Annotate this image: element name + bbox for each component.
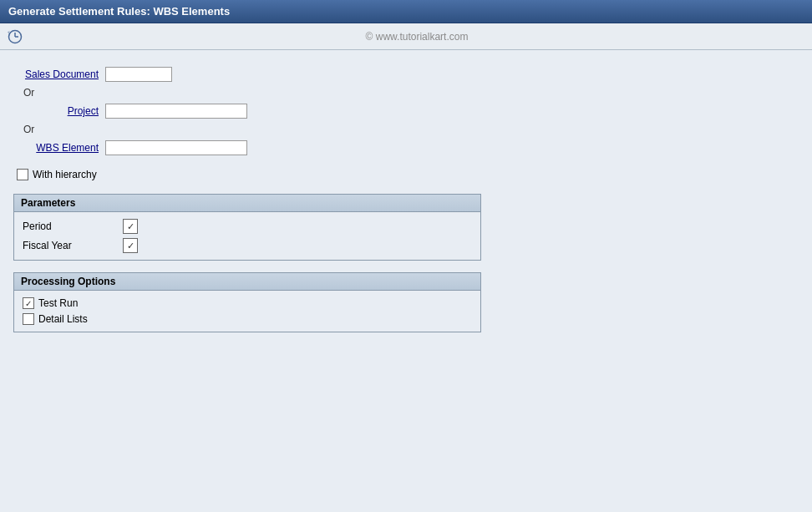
copyright-text: © www.tutorialkart.com bbox=[28, 31, 805, 43]
detail-lists-row: Detail Lists bbox=[23, 313, 472, 325]
or-label-2: Or bbox=[17, 124, 799, 135]
period-label: Period bbox=[23, 221, 123, 232]
wbs-element-label[interactable]: WBS Element bbox=[13, 142, 105, 154]
period-row: Period ✓ bbox=[23, 219, 472, 234]
fiscal-year-label: Fiscal Year bbox=[23, 240, 123, 251]
sales-document-input[interactable] bbox=[105, 67, 172, 82]
test-run-label: Test Run bbox=[38, 297, 139, 309]
processing-options-panel: Processing Options ✓ Test Run Detail Lis… bbox=[13, 272, 481, 332]
wbs-element-row: WBS Element bbox=[13, 140, 799, 155]
toolbar: © www.tutorialkart.com bbox=[0, 23, 812, 50]
main-content: Sales Document Or Project Or WBS Element… bbox=[0, 50, 812, 512]
project-row: Project bbox=[13, 104, 799, 119]
parameters-panel-body: Period ✓ Fiscal Year ✓ bbox=[14, 212, 480, 260]
or-label-1: Or bbox=[17, 87, 799, 99]
test-run-row: ✓ Test Run bbox=[23, 297, 472, 309]
sales-document-row: Sales Document bbox=[13, 67, 799, 82]
fiscal-year-row: Fiscal Year ✓ bbox=[23, 238, 472, 253]
fiscal-year-checkbox[interactable]: ✓ bbox=[123, 238, 138, 253]
processing-options-panel-body: ✓ Test Run Detail Lists bbox=[14, 291, 480, 332]
project-label[interactable]: Project bbox=[13, 105, 105, 117]
parameters-panel: Parameters Period ✓ Fiscal Year ✓ bbox=[13, 194, 481, 261]
detail-lists-checkbox[interactable] bbox=[23, 313, 34, 325]
project-input[interactable] bbox=[105, 104, 247, 119]
sales-document-label[interactable]: Sales Document bbox=[13, 68, 105, 80]
page-title: Generate Settlement Rules: WBS Elements bbox=[8, 5, 230, 18]
parameters-panel-title: Parameters bbox=[14, 195, 480, 212]
input-section: Sales Document Or Project Or WBS Element bbox=[13, 67, 799, 155]
with-hierarchy-label: With hierarchy bbox=[33, 169, 97, 180]
period-checkbox[interactable]: ✓ bbox=[123, 219, 138, 234]
with-hierarchy-checkbox[interactable] bbox=[17, 169, 28, 180]
test-run-checkbox[interactable]: ✓ bbox=[23, 297, 34, 309]
with-hierarchy-row: With hierarchy bbox=[17, 169, 799, 180]
wbs-element-input[interactable] bbox=[105, 140, 247, 155]
detail-lists-label: Detail Lists bbox=[38, 313, 139, 325]
clock-icon[interactable] bbox=[7, 28, 23, 45]
title-bar: Generate Settlement Rules: WBS Elements bbox=[0, 0, 812, 23]
processing-options-panel-title: Processing Options bbox=[14, 273, 480, 291]
